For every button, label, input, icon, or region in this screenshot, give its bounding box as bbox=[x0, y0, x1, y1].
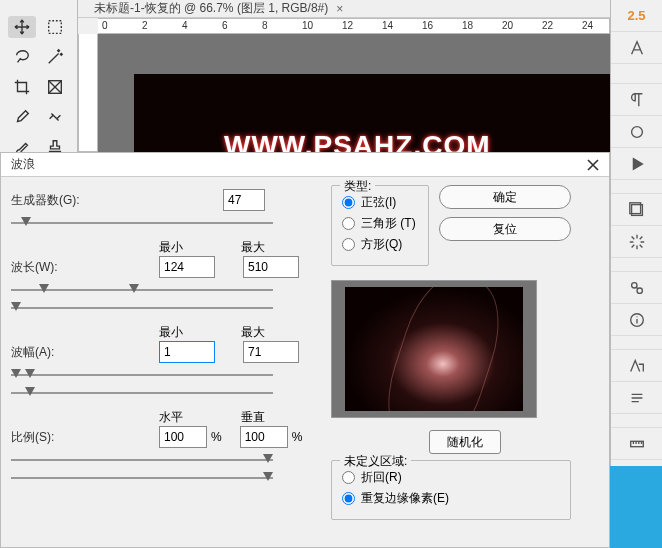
tab-bar: 未标题-1-恢复的 @ 66.7% (图层 1, RGB/8#) × bbox=[78, 0, 610, 18]
generators-label: 生成器数(G): bbox=[11, 192, 91, 209]
svg-point-2 bbox=[631, 126, 642, 137]
circle-icon[interactable] bbox=[611, 116, 662, 148]
dialog-titlebar[interactable]: 波浪 bbox=[1, 153, 609, 177]
char-panel-icon[interactable] bbox=[611, 350, 662, 382]
frame-tool[interactable] bbox=[42, 76, 70, 98]
document-tab[interactable]: 未标题-1-恢复的 @ 66.7% (图层 1, RGB/8#) × bbox=[86, 0, 351, 17]
type-square[interactable]: 方形(Q) bbox=[342, 236, 418, 253]
link-icon[interactable] bbox=[611, 272, 662, 304]
scale-h-input[interactable] bbox=[159, 426, 207, 448]
scale-label: 比例(S): bbox=[11, 429, 91, 446]
scale-h-slider[interactable] bbox=[11, 452, 273, 466]
randomize-button[interactable]: 随机化 bbox=[429, 430, 501, 454]
info-icon[interactable] bbox=[611, 304, 662, 336]
wave-dialog: 波浪 生成器数(G): 最小 最大 波长(W): bbox=[0, 152, 610, 548]
move-tool[interactable] bbox=[8, 16, 36, 38]
amplitude-min-input[interactable] bbox=[159, 341, 215, 363]
undef-repeat[interactable]: 重复边缘像素(E) bbox=[342, 490, 560, 507]
reset-button[interactable]: 复位 bbox=[439, 217, 571, 241]
generators-input[interactable] bbox=[223, 189, 265, 211]
type-sine[interactable]: 正弦(I) bbox=[342, 194, 418, 211]
scale-v-input[interactable] bbox=[240, 426, 288, 448]
type-triangle[interactable]: 三角形 (T) bbox=[342, 215, 418, 232]
wavelength-label: 波长(W): bbox=[11, 259, 91, 276]
wavelength-min-input[interactable] bbox=[159, 256, 215, 278]
ruler-horizontal: 0 2 4 6 8 10 12 14 16 18 20 22 24 bbox=[98, 18, 610, 34]
lasso-tool[interactable] bbox=[8, 46, 36, 68]
document-area: 未标题-1-恢复的 @ 66.7% (图层 1, RGB/8#) × 0 2 4… bbox=[78, 0, 610, 152]
char-size[interactable]: 2.5 bbox=[627, 8, 645, 23]
play-icon[interactable] bbox=[611, 148, 662, 180]
undef-wrap[interactable]: 折回(R) bbox=[342, 469, 560, 486]
heal-tool[interactable] bbox=[42, 106, 70, 128]
crop-tool[interactable] bbox=[8, 76, 36, 98]
type-legend: 类型: bbox=[340, 178, 375, 195]
ok-button[interactable]: 确定 bbox=[439, 185, 571, 209]
layers-icon[interactable] bbox=[611, 194, 662, 226]
tab-title: 未标题-1-恢复的 @ 66.7% (图层 1, RGB/8#) bbox=[94, 0, 328, 17]
measure-icon[interactable] bbox=[611, 428, 662, 460]
undefined-area-fieldset: 未定义区域: 折回(R) 重复边缘像素(E) bbox=[331, 460, 571, 520]
ruler-vertical bbox=[78, 34, 98, 152]
canvas[interactable]: WWW.PSAHZ.COM bbox=[98, 34, 610, 152]
undef-legend: 未定义区域: bbox=[340, 453, 411, 470]
amplitude-slider[interactable] bbox=[11, 367, 273, 381]
paragraph-icon[interactable] bbox=[611, 84, 662, 116]
dialog-title: 波浪 bbox=[11, 156, 35, 173]
amplitude-max-input[interactable] bbox=[243, 341, 299, 363]
close-icon[interactable]: × bbox=[336, 2, 343, 16]
type-icon[interactable] bbox=[611, 32, 662, 64]
scale-v-slider[interactable] bbox=[11, 470, 273, 484]
right-panel: 2.5 bbox=[610, 0, 662, 548]
para-panel-icon[interactable] bbox=[611, 382, 662, 414]
wavelength-slider-2[interactable] bbox=[11, 300, 273, 314]
canvas-text: WWW.PSAHZ.COM bbox=[224, 130, 491, 152]
wavelength-max-input[interactable] bbox=[243, 256, 299, 278]
highlight-bar bbox=[610, 466, 662, 548]
wand-tool[interactable] bbox=[42, 46, 70, 68]
amplitude-label: 波幅(A): bbox=[11, 344, 91, 361]
type-fieldset: 类型: 正弦(I) 三角形 (T) 方形(Q) bbox=[331, 185, 429, 266]
preview bbox=[331, 280, 537, 418]
burst-icon[interactable] bbox=[611, 226, 662, 258]
wavelength-slider[interactable] bbox=[11, 282, 273, 296]
generators-slider[interactable] bbox=[11, 215, 273, 229]
eyedropper-tool[interactable] bbox=[8, 106, 36, 128]
amplitude-slider-2[interactable] bbox=[11, 385, 273, 399]
close-icon[interactable] bbox=[583, 155, 603, 175]
svg-rect-0 bbox=[49, 21, 62, 34]
marquee-tool[interactable] bbox=[42, 16, 70, 38]
